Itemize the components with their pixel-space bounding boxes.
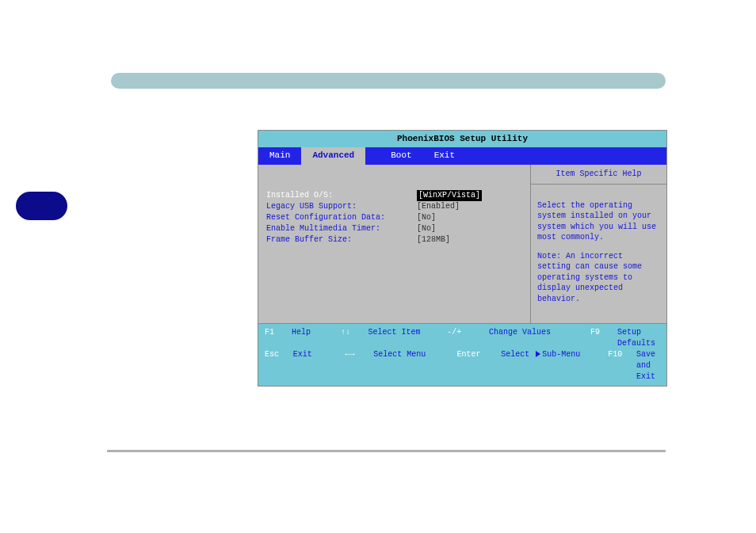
setting-label: Installed O/S: bbox=[266, 190, 417, 201]
arrows-left-right-icon: ←→ bbox=[345, 349, 368, 360]
select-item-label: Select Item bbox=[368, 327, 442, 338]
submenu-text: Sub-Menu bbox=[542, 350, 580, 359]
setting-value: [Enabled] bbox=[417, 201, 460, 212]
page-header-bar bbox=[111, 73, 666, 89]
select-submenu-label: Select Sub-Menu bbox=[501, 349, 603, 360]
setting-row[interactable]: Legacy USB Support: [Enabled] bbox=[266, 201, 522, 212]
select-text: Select bbox=[501, 350, 529, 359]
tab-exit[interactable]: Exit bbox=[423, 147, 466, 164]
setting-value: [No] bbox=[417, 212, 436, 223]
bios-footer: F1 Help ↑↓ Select Item -/+ Change Values… bbox=[258, 323, 666, 386]
setting-label: Legacy USB Support: bbox=[266, 201, 417, 212]
select-menu-label: Select Menu bbox=[373, 349, 452, 360]
setting-label: Reset Configuration Data: bbox=[266, 212, 417, 223]
change-values-label: Change Values bbox=[489, 327, 586, 338]
key-esc: Esc bbox=[265, 349, 288, 360]
footer-row-2: Esc Exit ←→ Select Menu Enter Select Sub… bbox=[265, 349, 660, 383]
setting-label: Enable Multimedia Timer: bbox=[266, 223, 417, 234]
help-body: Select the operating system installed on… bbox=[531, 185, 666, 323]
key-minus-plus: -/+ bbox=[447, 327, 484, 338]
footer-row-1: F1 Help ↑↓ Select Item -/+ Change Values… bbox=[265, 327, 660, 349]
setting-value: [No] bbox=[417, 223, 436, 234]
setting-row[interactable]: Enable Multimedia Timer: [No] bbox=[266, 223, 522, 234]
key-f1-label: Help bbox=[292, 327, 336, 338]
setting-value: [128MB] bbox=[417, 234, 450, 246]
tab-main[interactable]: Main bbox=[258, 147, 301, 164]
setting-row[interactable]: Reset Configuration Data: [No] bbox=[266, 212, 522, 223]
bios-window: PhoenixBIOS Setup Utility Main Advanced … bbox=[258, 130, 667, 386]
side-badge bbox=[16, 192, 67, 220]
key-f1: F1 bbox=[265, 327, 287, 338]
page-footer-line bbox=[107, 450, 666, 452]
arrows-up-down-icon: ↑↓ bbox=[341, 327, 363, 338]
setting-value: [WinXP/Vista] bbox=[417, 190, 482, 201]
bios-help-panel: Item Specific Help Select the operating … bbox=[530, 165, 666, 323]
key-f9: F9 bbox=[590, 327, 613, 338]
setup-defaults-label: Setup Defaults bbox=[617, 327, 655, 349]
triangle-right-icon bbox=[536, 351, 540, 357]
bios-menu-bar: Main Advanced Boot Exit bbox=[258, 147, 666, 164]
save-exit-label: Save and Exit bbox=[636, 349, 655, 383]
bios-title: PhoenixBIOS Setup Utility bbox=[258, 131, 666, 147]
tab-advanced[interactable]: Advanced bbox=[301, 147, 365, 164]
help-note: Note: An incorrect setting can cause som… bbox=[537, 251, 660, 305]
help-title: Item Specific Help bbox=[531, 165, 666, 185]
key-esc-label: Exit bbox=[293, 349, 341, 360]
help-text: Select the operating system installed on… bbox=[537, 200, 660, 243]
bios-settings-panel: Installed O/S: [WinXP/Vista] Legacy USB … bbox=[258, 165, 530, 323]
bios-body: Installed O/S: [WinXP/Vista] Legacy USB … bbox=[258, 165, 666, 323]
tab-boot[interactable]: Boot bbox=[380, 147, 422, 164]
key-enter: Enter bbox=[456, 349, 496, 360]
key-f10: F10 bbox=[608, 349, 632, 360]
setting-row[interactable]: Installed O/S: [WinXP/Vista] bbox=[266, 190, 522, 201]
setting-label: Frame Buffer Size: bbox=[266, 234, 417, 246]
setting-row[interactable]: Frame Buffer Size: [128MB] bbox=[266, 234, 522, 246]
